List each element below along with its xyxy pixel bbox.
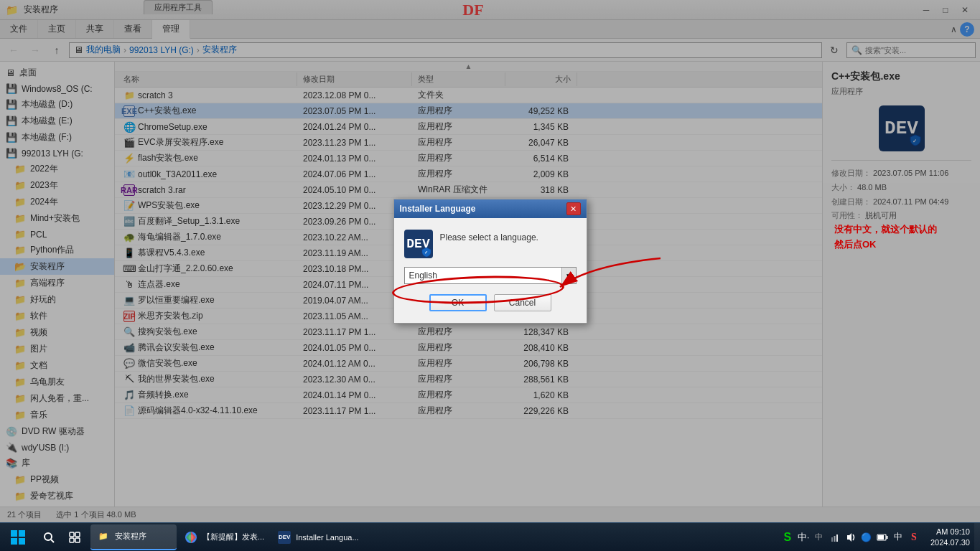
- taskbar-app-explorer[interactable]: 📁 安装程序: [90, 524, 177, 550]
- svg-rect-3: [11, 530, 17, 537]
- svg-rect-10: [75, 532, 80, 537]
- dialog-select-row: English ▼: [404, 267, 577, 284]
- tray-icon-input: 中·: [797, 531, 810, 544]
- taskbar-clock[interactable]: AM 09:10 2024.07.30: [926, 527, 974, 547]
- svg-rect-21: [878, 535, 884, 540]
- tray-battery-icon[interactable]: [876, 531, 889, 544]
- taskbar-time-display: AM 09:10: [930, 527, 970, 537]
- selected-language: English: [405, 270, 561, 281]
- dialog-titlebar: Installer Language ✕: [394, 199, 587, 218]
- browser-app-icon: [184, 530, 198, 545]
- svg-rect-17: [836, 534, 838, 542]
- taskbar-search-button[interactable]: [36, 523, 62, 552]
- tray-network-icon[interactable]: [829, 531, 841, 544]
- svg-rect-20: [886, 536, 887, 539]
- dev-shield-icon: ✓: [421, 247, 431, 257]
- dialog-row: DEV ✓ Please select a language.: [404, 230, 577, 258]
- explorer-app-icon: 📁: [96, 529, 111, 544]
- svg-rect-11: [70, 538, 74, 542]
- dialog-content: DEV ✓ Please select a language. English …: [394, 218, 587, 323]
- dialog-prompt: Please select a language.: [440, 230, 538, 242]
- tray-volume-icon[interactable]: [844, 531, 857, 544]
- cancel-button[interactable]: Cancel: [494, 294, 551, 311]
- installer-language-dialog: Installer Language ✕ DEV ✓ Please select…: [393, 199, 587, 324]
- dialog-buttons: OK Cancel: [404, 294, 577, 311]
- taskbar-app-installer[interactable]: DEV Installer Langua...: [271, 524, 364, 550]
- tray-antivirus-icon[interactable]: S: [907, 531, 920, 544]
- dialog-app-icon: DEV ✓: [404, 230, 433, 258]
- svg-rect-15: [831, 537, 833, 542]
- svg-marker-18: [847, 533, 851, 542]
- svg-line-8: [51, 540, 54, 542]
- taskbar-app-explorer-label: 安装程序: [115, 531, 146, 542]
- dialog-close-button[interactable]: ✕: [566, 202, 581, 215]
- svg-rect-16: [834, 536, 835, 542]
- svg-rect-5: [11, 538, 17, 545]
- language-select-wrapper[interactable]: English ▼: [404, 267, 577, 284]
- tray-icon-s: S: [781, 531, 794, 544]
- taskbar-date-display: 2024.07.30: [930, 537, 970, 547]
- show-desktop-button[interactable]: [974, 523, 980, 552]
- taskbar-app-browser-label: 【新提醒】发表...: [202, 532, 264, 542]
- tray-bluetooth-icon[interactable]: 🔵: [860, 531, 873, 544]
- dialog-overlay: Installer Language ✕ DEV ✓ Please select…: [0, 0, 980, 522]
- svg-rect-4: [19, 530, 25, 537]
- taskbar-apps: 📁 安装程序 【新提醒】发表... DEV Installer Langua..…: [88, 524, 775, 550]
- dialog-text: Please select a language.: [440, 230, 538, 242]
- svg-text:✓: ✓: [424, 250, 427, 255]
- start-button[interactable]: [0, 523, 36, 552]
- taskbar: 📁 安装程序 【新提醒】发表... DEV Installer Langua..…: [0, 522, 980, 551]
- tray-icon-ime[interactable]: 中: [813, 531, 826, 544]
- svg-point-7: [45, 533, 52, 540]
- dialog-title: Installer Language: [400, 204, 476, 214]
- ok-button[interactable]: OK: [429, 294, 487, 311]
- taskbar-app-installer-label: Installer Langua...: [296, 533, 358, 542]
- svg-rect-6: [19, 538, 25, 545]
- select-dropdown-arrow[interactable]: ▼: [561, 268, 576, 283]
- tray-lang-icon[interactable]: 中: [892, 531, 905, 544]
- task-view-button[interactable]: [62, 523, 88, 552]
- svg-rect-9: [70, 532, 74, 537]
- svg-rect-12: [75, 538, 80, 542]
- taskbar-app-browser[interactable]: 【新提醒】发表...: [178, 524, 270, 550]
- taskbar-tray: S 中· 中 🔵 中 S: [775, 531, 926, 544]
- installer-app-icon: DEV: [277, 530, 291, 545]
